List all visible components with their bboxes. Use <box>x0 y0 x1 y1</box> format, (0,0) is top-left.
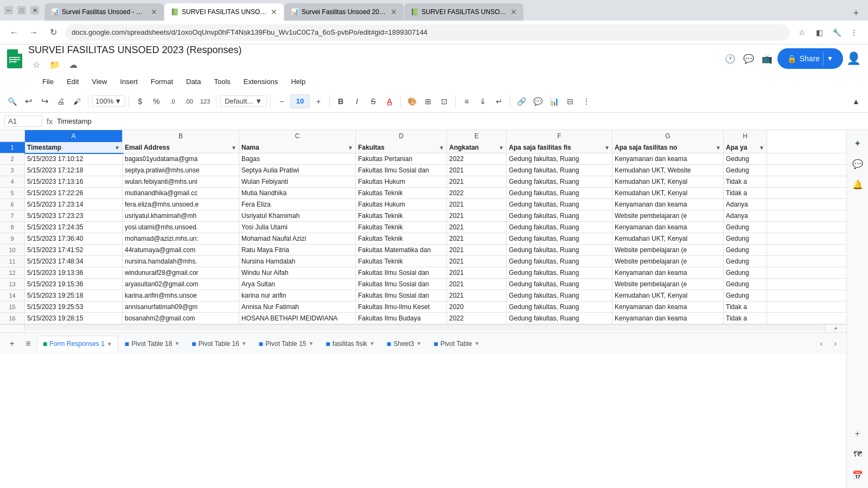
cell-F-5[interactable]: Gedung fakultas, Ruang <box>507 188 612 198</box>
cell-E-10[interactable]: 2021 <box>447 245 507 255</box>
browser-tab-tab1[interactable]: 📊 Survei Fasilitas Unsoed - Googl... ✕ <box>44 3 164 21</box>
browser-tab-tab4[interactable]: 📗 SURVEI FASILITAS UNSOED 202... ✕ <box>404 3 524 21</box>
cell-C-5[interactable]: Mutia Nandhika <box>239 188 356 198</box>
filter-icon-E[interactable]: ▼ <box>499 145 504 151</box>
cell-A-10[interactable]: 5/15/2023 17:41:52 <box>25 245 123 255</box>
cell-B-4[interactable]: wulan.febiyanti@mhs.uni <box>123 176 239 187</box>
menu-insert[interactable]: Insert <box>114 75 143 88</box>
cell-G-5[interactable]: Kemudahan UKT, Kenyal <box>612 188 724 198</box>
cell-D-16[interactable]: Fakultas Ilmu Budaya <box>356 313 447 324</box>
cell-F-3[interactable]: Gedung fakultas, Ruang <box>507 165 612 176</box>
decimal-increase-button[interactable]: .00 <box>181 94 196 109</box>
cell-H-8[interactable]: Gedung <box>724 222 767 233</box>
account-icon[interactable]: 👤 <box>845 50 861 67</box>
row-num-14[interactable]: 14 <box>0 290 25 301</box>
cell-E-7[interactable]: 2021 <box>447 210 507 221</box>
col-header-F[interactable]: F <box>507 130 612 142</box>
filter-icon-B[interactable]: ▼ <box>231 145 237 151</box>
cell-B-3[interactable]: septya.pratiwi@mhs.unse <box>123 165 239 176</box>
cell-A-4[interactable]: 5/15/2023 17:13:16 <box>25 176 123 187</box>
tab-menu-arrow[interactable]: ▼ <box>107 341 112 347</box>
font-increase-button[interactable]: + <box>311 94 326 109</box>
browser-tab-tab3[interactable]: 📊 Survei Fasilitas Unsoed 2023 (S... ✕ <box>284 3 404 21</box>
expand-icon[interactable]: + <box>834 325 838 332</box>
profile-icon[interactable]: ◧ <box>812 25 827 40</box>
sheet-prev-button[interactable]: ‹ <box>815 337 828 350</box>
col-header-H[interactable]: H <box>724 130 767 142</box>
cell-B-12[interactable]: windunuraif28@gmail.cor <box>123 267 239 278</box>
cell-G-4[interactable]: Kemudahan UKT, Kenyal <box>612 176 724 187</box>
cell-H-16[interactable]: Tidak a <box>724 313 767 324</box>
cell-D-14[interactable]: Fakultas Ilmu Sosial dan <box>356 290 447 301</box>
cell-G-3[interactable]: Kemudahan UKT, Website <box>612 165 724 176</box>
cell-E-6[interactable]: 2021 <box>447 199 507 210</box>
cell-H-15[interactable]: Tidak a <box>724 301 767 312</box>
cell-E-5[interactable]: 2022 <box>447 188 507 198</box>
cell-A-8[interactable]: 5/15/2023 17:24:35 <box>25 222 123 233</box>
cell-E-9[interactable]: 2021 <box>447 233 507 244</box>
cell-F-7[interactable]: Gedung fakultas, Ruang <box>507 210 612 221</box>
cell-A-2[interactable]: 5/15/2023 17:10:12 <box>25 153 123 164</box>
borders-button[interactable]: ⊞ <box>420 94 436 109</box>
cell-H-10[interactable]: Gedung <box>724 245 767 255</box>
sidebar-calendar-icon[interactable]: 📅 <box>849 466 866 484</box>
bookmark-icon[interactable]: ☆ <box>794 25 809 40</box>
cell-H-12[interactable]: Gedung <box>724 267 767 278</box>
align-left-button[interactable]: ≡ <box>459 94 474 109</box>
print-button[interactable]: 🖨 <box>53 94 68 109</box>
redo-button[interactable]: ↪ <box>37 94 52 109</box>
cell-C-15[interactable]: Annisa Nur Fatimah <box>239 301 356 312</box>
sidebar-chat-icon[interactable]: 💬 <box>849 155 866 172</box>
cell-D-3[interactable]: Fakultas Ilmu Sosial dan <box>356 165 447 176</box>
cell-D-5[interactable]: Fakultas Teknik <box>356 188 447 198</box>
cell-B-7[interactable]: usriyatul.khamimah@mh <box>123 210 239 221</box>
menu-edit[interactable]: Edit <box>61 75 84 88</box>
cell-H-14[interactable]: Gedung <box>724 290 767 301</box>
text-color-button[interactable]: A <box>382 94 397 109</box>
cell-C-6[interactable]: Fera Eliza <box>239 199 356 210</box>
cell-H-3[interactable]: Gedung <box>724 165 767 176</box>
insert-chart-button[interactable]: 📊 <box>546 94 561 109</box>
sheet-tab-form-responses-1[interactable]: ■ Form Responses 1 ▼ <box>37 336 118 352</box>
close-button[interactable]: ✕ <box>30 6 39 15</box>
cell-C-2[interactable]: Bagas <box>239 153 356 164</box>
cell-F-13[interactable]: Gedung fakultas, Ruang <box>507 279 612 290</box>
filter-icon-H[interactable]: ▼ <box>759 145 764 151</box>
header-cell-E[interactable]: Angkatan▼ <box>447 142 507 153</box>
cell-G-12[interactable]: Kenyamanan dan keama <box>612 267 724 278</box>
format-number-button[interactable]: 123 <box>197 94 213 109</box>
cell-B-15[interactable]: annisanurfatimah09@gm <box>123 301 239 312</box>
filter-button[interactable]: ⊟ <box>563 94 578 109</box>
comment-icon[interactable]: 💬 <box>741 50 757 67</box>
zoom-selector[interactable]: 100% ▼ <box>92 95 125 107</box>
more-toolbar-button[interactable]: ⋮ <box>579 94 594 109</box>
cell-E-15[interactable]: 2020 <box>447 301 507 312</box>
menu-format[interactable]: Format <box>145 75 178 88</box>
header-cell-G[interactable]: Apa saja fasilitas no▼ <box>612 142 724 153</box>
cell-C-7[interactable]: Usriyatul Khamimah <box>239 210 356 221</box>
cell-D-15[interactable]: Fakultas Ilmu-Ilmu Keset <box>356 301 447 312</box>
cell-A-15[interactable]: 5/15/2023 19:25:53 <box>25 301 123 312</box>
col-header-G[interactable]: G <box>612 130 724 142</box>
cell-F-16[interactable]: Gedung fakultas, Ruang <box>507 313 612 324</box>
cell-G-16[interactable]: Kenyamanan dan keama <box>612 313 724 324</box>
cell-C-8[interactable]: Yosi Julia Utami <box>239 222 356 233</box>
font-selector[interactable]: Default... ▼ <box>220 95 267 107</box>
cell-D-9[interactable]: Fakultas Teknik <box>356 233 447 244</box>
cell-B-5[interactable]: mutianandhika@gmail.cc <box>123 188 239 198</box>
cell-G-9[interactable]: Kemudahan UKT, Kenyal <box>612 233 724 244</box>
cell-G-11[interactable]: Website pembelajaran (e <box>612 256 724 267</box>
sheet-next-button[interactable]: › <box>829 337 842 350</box>
cell-H-7[interactable]: Adanya <box>724 210 767 221</box>
tab-menu-arrow[interactable]: ▼ <box>416 341 422 346</box>
cell-H-9[interactable]: Gedung <box>724 233 767 244</box>
undo-button[interactable]: ↩ <box>21 94 36 109</box>
tab-menu-arrow[interactable]: ▼ <box>474 341 480 346</box>
menu-tools[interactable]: Tools <box>208 75 235 88</box>
menu-view[interactable]: View <box>86 75 112 88</box>
cell-G-10[interactable]: Website pembelajaran (e <box>612 245 724 255</box>
cell-B-16[interactable]: bosanahm2@gmail.com <box>123 313 239 324</box>
row-num-4[interactable]: 4 <box>0 176 25 187</box>
cell-H-2[interactable]: Gedung <box>724 153 767 164</box>
header-cell-B[interactable]: Email Address▼ <box>123 142 239 153</box>
